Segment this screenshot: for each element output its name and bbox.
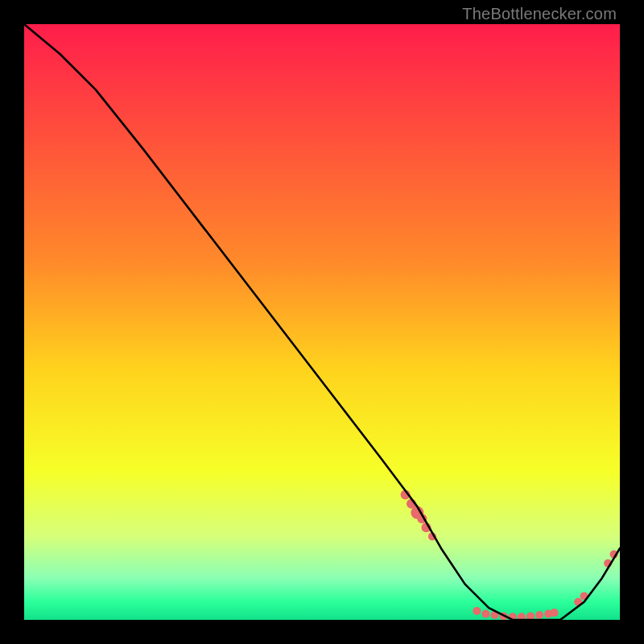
watermark-text: TheBottlenecker.com [462, 5, 617, 23]
chart-svg [24, 24, 620, 620]
data-marker [473, 607, 481, 615]
chart-frame: TheBottlenecker.com [0, 0, 644, 644]
data-marker [482, 610, 490, 618]
data-marker [551, 609, 559, 617]
plot-area [24, 24, 620, 620]
data-marker [535, 611, 543, 619]
